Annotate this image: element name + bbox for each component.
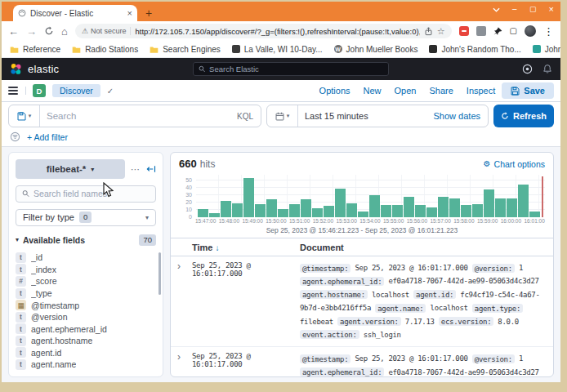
histogram-bar[interactable] [221,201,231,217]
doc-field[interactable]: @timestamp: Sep 25, 2023 @ 16:01:17.000 [300,354,468,363]
doc-field[interactable]: agent.ephemeral_id: ef0a4718-7067-442d-a… [300,277,539,286]
topnav-options-link[interactable]: Options [319,86,350,96]
histogram-bar[interactable] [518,185,529,217]
histogram-bar[interactable] [449,198,460,217]
pin-extension-icon[interactable] [493,27,502,36]
doc-field[interactable]: @version: 1 [472,264,523,273]
saved-queries-button[interactable]: ▾ [9,105,40,127]
field-item[interactable]: t _id [16,252,156,264]
histogram-bar[interactable] [438,197,449,217]
field-item[interactable]: t _type [16,287,156,299]
filter-by-type-select[interactable]: Filter by type 0 ▾ [16,209,156,226]
doc-field[interactable]: agent.version: 7.17.13 [337,317,435,326]
histogram-bar[interactable] [472,204,483,217]
window-maximize-button[interactable]: ▢ [529,6,537,13]
histogram-bar[interactable] [301,199,311,217]
home-button[interactable]: ⌂ [61,26,68,37]
document-column-header[interactable]: Document [300,243,547,252]
bookmark-item[interactable]: Radio Stations [72,45,138,54]
field-item[interactable]: t agent.id [16,347,156,359]
histogram-bar[interactable] [289,204,300,217]
new-tab-button[interactable]: + [145,7,152,19]
sidebar-scrollbar[interactable] [158,252,161,295]
histogram-bar[interactable] [392,205,403,217]
histogram-bar[interactable] [198,209,208,217]
adblock-extension-icon[interactable] [459,26,469,36]
histogram-bar[interactable] [358,212,368,217]
share-icon[interactable] [424,27,433,36]
histogram-bar[interactable] [346,203,357,217]
space-badge[interactable]: D [33,84,46,97]
bookmark-item[interactable]: Reference [10,45,60,54]
histogram-bar[interactable] [324,206,334,217]
alerts-bell-icon[interactable] [542,64,552,74]
bookmark-item[interactable]: John's Random Tho... [429,45,520,54]
doc-field[interactable]: @timestamp: Sep 25, 2023 @ 16:01:17.000 [300,264,468,273]
bookmark-star-icon[interactable]: ☆ [437,27,445,36]
field-item[interactable]: t agent.hostname [16,335,156,346]
histogram-bar[interactable] [381,205,391,217]
histogram-bar[interactable] [335,189,346,217]
address-bar[interactable]: ⚠Not secure http://172.105.7.150/app/dis… [75,24,452,38]
histogram-bar[interactable] [278,209,288,217]
bookmark-item[interactable]: La Valle, WI 10-Day... [232,45,323,54]
doc-field[interactable]: agent.hostname: localhost [300,290,409,299]
topnav-inspect-link[interactable]: Inspect [467,86,495,96]
browser-menu-icon[interactable]: ⋮ [543,26,554,37]
window-minimize-button[interactable]: − [512,5,517,14]
expand-row-icon[interactable]: › [177,352,192,376]
histogram-bar[interactable] [255,204,266,217]
histogram-bar[interactable] [369,195,380,217]
field-item[interactable]: # _score [16,276,156,287]
field-item[interactable]: ▦ @timestamp [16,300,156,311]
tab-search-icon[interactable] [493,7,500,12]
forward-button[interactable]: → [26,26,37,37]
field-item[interactable]: t agent.ephemeral_id [16,323,156,335]
histogram-bar[interactable] [507,198,517,217]
doc-field[interactable]: ecs.version: 8.0.0 [439,317,519,326]
topnav-share-link[interactable]: Share [429,86,453,96]
histogram-bar[interactable] [529,212,540,217]
histogram-bar[interactable] [266,199,277,217]
url-text[interactable]: http://172.105.7.150/app/discover#/?_g=(… [135,27,419,36]
topnav-new-link[interactable]: New [364,86,382,96]
histogram-bar[interactable] [312,208,323,217]
reload-button[interactable] [44,26,54,36]
time-range-value[interactable]: Last 15 minutes [298,111,434,121]
filter-icon[interactable] [10,131,20,142]
doc-field[interactable]: event.action: ssh_login [300,330,401,339]
kql-search-box[interactable]: ▾ KQL [8,105,261,127]
add-filter-button[interactable]: + Add filter [27,132,68,142]
extension-icon[interactable] [476,26,486,36]
histogram-bar[interactable] [484,189,494,217]
histogram-bar[interactable] [209,213,220,217]
save-button[interactable]: Save [502,82,554,99]
available-fields-header[interactable]: ▾ Available fields 70 [16,233,156,246]
expand-row-icon[interactable]: › [177,261,192,341]
collapse-sidebar-icon[interactable] [146,164,156,174]
histogram-bar[interactable] [404,197,414,217]
refresh-button[interactable]: Refresh [493,105,554,127]
field-search-input[interactable] [33,189,150,198]
query-input[interactable] [40,111,237,121]
date-quick-select-button[interactable]: ▾ [267,105,298,127]
histogram-plot[interactable] [196,175,545,217]
histogram-bar[interactable] [415,205,426,217]
histogram-bar[interactable] [426,207,437,217]
index-options-icon[interactable]: ⋯ [131,164,141,175]
time-column-header[interactable]: Time ↓ [192,243,300,252]
not-secure-badge[interactable]: ⚠Not secure [82,27,127,35]
global-search[interactable] [193,62,389,76]
histogram-bar[interactable] [495,198,506,217]
nav-menu-icon[interactable] [8,87,26,95]
doc-field[interactable]: agent.name: localhost [375,304,468,313]
back-button[interactable]: ← [8,26,19,37]
bookmark-item[interactable]: WJohn Mueller Books [334,45,418,54]
side-panel-icon[interactable]: ▢ [510,27,517,35]
histogram-bar[interactable] [232,203,243,217]
field-search-box[interactable] [16,185,156,203]
chart-options-button[interactable]: ⚙ Chart options [484,159,545,169]
histogram-bar[interactable] [461,205,471,217]
bookmark-item[interactable]: John Mueller Books... [533,45,560,54]
field-item[interactable]: t _index [16,264,156,275]
